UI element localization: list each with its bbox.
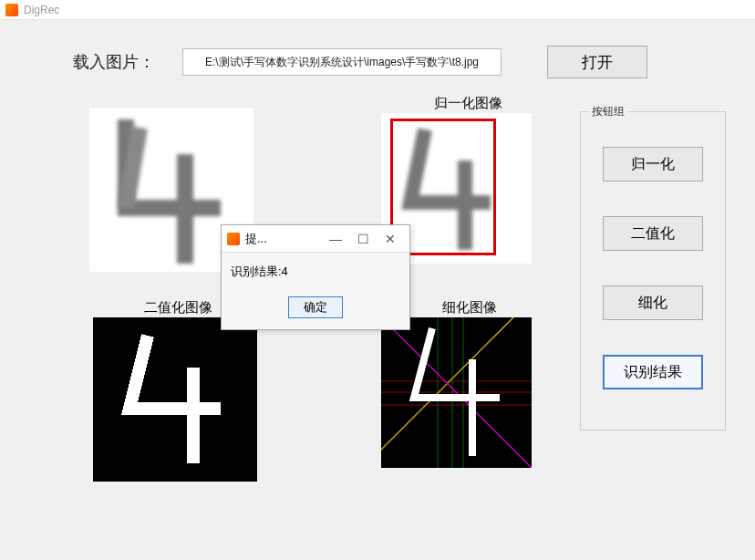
dialog-maximize-button[interactable]: ☐: [349, 232, 377, 246]
open-button-label: 打开: [582, 52, 613, 73]
thin-button[interactable]: 细化: [603, 285, 703, 320]
open-button[interactable]: 打开: [547, 46, 647, 78]
dialog-close-button[interactable]: ✕: [377, 232, 404, 246]
binarized-image-panel: [93, 317, 257, 482]
thin-button-label: 细化: [638, 294, 667, 313]
binarized-digit-four: [93, 317, 257, 482]
thinned-digit-four: [381, 317, 532, 468]
thinned-image-panel: [381, 317, 532, 468]
dialog-ok-label: 确定: [304, 299, 327, 316]
normalize-button[interactable]: 归一化: [603, 147, 703, 181]
normalized-title: 归一化图像: [381, 95, 554, 112]
titlebar: DigRec: [0, 0, 755, 20]
normalize-button-label: 归一化: [631, 155, 675, 174]
result-dialog: 提... — ☐ ✕ 识别结果:4 确定: [221, 224, 410, 330]
dialog-ok-button[interactable]: 确定: [288, 296, 343, 318]
recognize-button[interactable]: 识别结果: [603, 355, 703, 389]
button-group-panel: 按钮组 归一化 二值化 细化 识别结果: [580, 111, 726, 430]
button-group-legend: 按钮组: [588, 104, 628, 119]
dialog-title-text: 提...: [245, 231, 267, 247]
binarize-button-label: 二值化: [631, 224, 675, 244]
window-title: DigRec: [24, 4, 59, 16]
load-label: 载入图片：: [73, 51, 155, 73]
binarize-button[interactable]: 二值化: [603, 216, 703, 251]
load-row: 载入图片： E:\测试\手写体数字识别系统设计\images\手写数字\t8.j…: [0, 20, 755, 78]
dialog-icon: [227, 233, 240, 245]
image-path-input[interactable]: E:\测试\手写体数字识别系统设计\images\手写数字\t8.jpg: [182, 48, 502, 76]
dialog-body: 识别结果:4: [222, 253, 409, 285]
image-path-text: E:\测试\手写体数字识别系统设计\images\手写数字\t8.jpg: [205, 55, 479, 70]
dialog-minimize-button[interactable]: —: [322, 232, 349, 246]
app-icon: [5, 4, 18, 16]
dialog-titlebar[interactable]: 提... — ☐ ✕: [222, 225, 409, 253]
recognize-button-label: 识别结果: [624, 363, 682, 382]
